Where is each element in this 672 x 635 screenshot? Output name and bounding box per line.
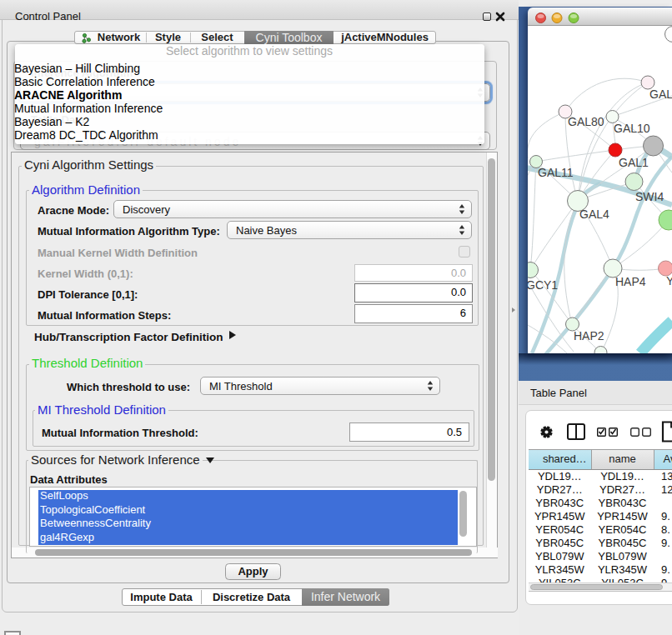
svg-text:GAL4: GAL4 (579, 208, 609, 221)
svg-text:HAP2: HAP2 (574, 329, 604, 342)
svg-text:GAL11: GAL11 (538, 166, 574, 179)
svg-text:YD: YD (666, 274, 672, 288)
svg-text:HAP4: HAP4 (615, 275, 646, 288)
svg-text:GAL1: GAL1 (619, 156, 649, 169)
svg-text:GAL10: GAL10 (614, 122, 650, 135)
svg-text:GCY1: GCY1 (528, 278, 558, 292)
svg-text:GAL80: GAL80 (568, 115, 604, 128)
svg-text:GAL2: GAL2 (649, 88, 672, 101)
svg-text:SWI4: SWI4 (635, 190, 664, 203)
